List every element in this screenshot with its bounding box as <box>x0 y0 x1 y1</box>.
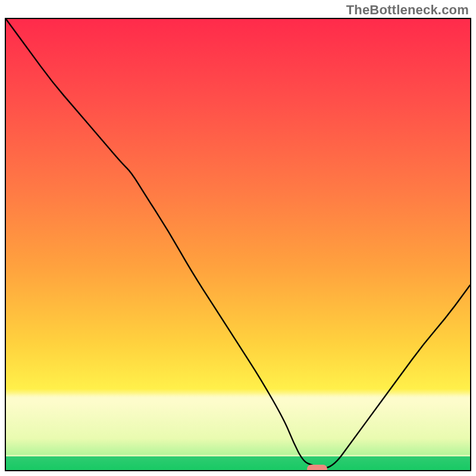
bottleneck-curve <box>6 19 470 468</box>
chart-container: TheBottleneck.com <box>0 0 476 476</box>
watermark-text: TheBottleneck.com <box>346 2 469 18</box>
minimum-marker <box>307 465 327 471</box>
plot-area <box>5 18 471 471</box>
curve-svg <box>6 19 470 470</box>
